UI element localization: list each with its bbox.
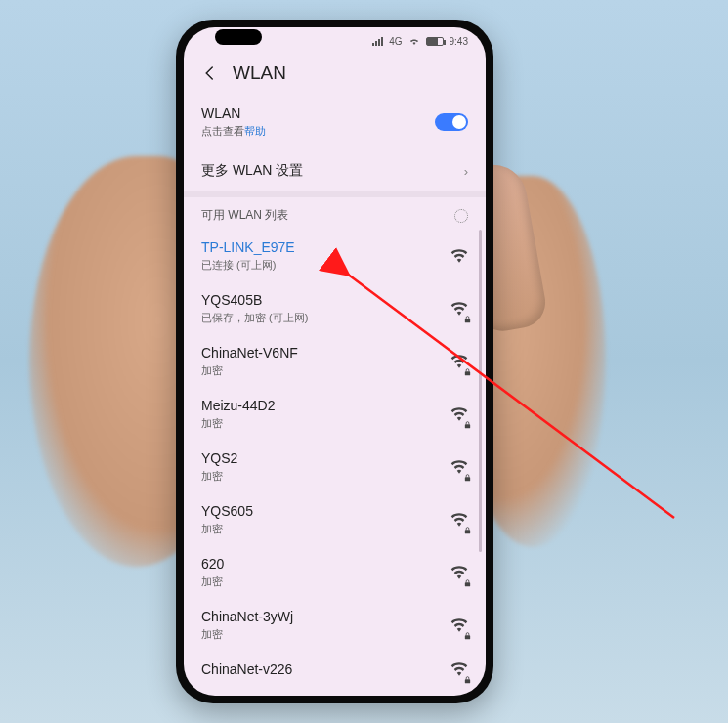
- network-name: YQS605: [201, 503, 253, 519]
- svg-rect-1: [465, 371, 470, 375]
- network-name: YQS405B: [201, 292, 308, 308]
- wifi-signal-icon: [450, 407, 468, 421]
- network-row[interactable]: YQS2 加密: [184, 441, 486, 493]
- wifi-signal-icon: [450, 302, 468, 316]
- available-networks-header: 可用 WLAN 列表: [184, 197, 486, 230]
- wifi-signal-icon: [450, 566, 468, 579]
- wifi-signal-icon: [450, 460, 468, 474]
- lock-icon: [464, 626, 471, 634]
- network-name: TP-LINK_E97E: [201, 239, 295, 255]
- lock-icon: [464, 574, 471, 581]
- network-status: 加密: [201, 469, 237, 484]
- svg-rect-3: [465, 477, 470, 481]
- wlan-switch[interactable]: [435, 113, 468, 131]
- lock-icon: [464, 521, 471, 529]
- network-row[interactable]: ChinaNet-3yWj 加密: [184, 599, 486, 652]
- camera-cutout: [215, 29, 262, 45]
- network-status: 加密: [201, 416, 275, 431]
- lock-icon: [464, 362, 471, 370]
- phone-frame: 4G 9:43 WLAN WLAN 点击查看帮助 更多 WLAN 设置: [176, 20, 493, 703]
- more-wlan-settings-row[interactable]: 更多 WLAN 设置 ›: [184, 150, 486, 191]
- network-row[interactable]: ChinaNet-V6NF 加密: [184, 335, 486, 388]
- wlan-toggle-row[interactable]: WLAN 点击查看帮助: [184, 94, 486, 150]
- scrollbar[interactable]: [479, 230, 482, 552]
- network-name: Meizu-44D2: [201, 398, 275, 413]
- network-row[interactable]: YQS605 加密: [184, 493, 486, 546]
- network-type: 4G: [389, 36, 402, 47]
- svg-rect-6: [465, 635, 470, 639]
- network-list[interactable]: TP-LINK_E97E 已连接 (可上网) YQS405B 已保存，加密 (可…: [184, 230, 486, 696]
- chevron-right-icon: ›: [464, 164, 468, 179]
- more-settings-label: 更多 WLAN 设置: [201, 162, 303, 180]
- svg-rect-0: [465, 319, 470, 322]
- network-name: ChinaNet-V6NF: [201, 345, 298, 361]
- page-title: WLAN: [233, 63, 286, 84]
- network-status: 加密: [201, 363, 298, 378]
- wifi-signal-icon: [450, 513, 468, 527]
- lock-icon: [464, 310, 471, 318]
- network-status: 已保存，加密 (可上网): [201, 311, 308, 325]
- lock-icon: [464, 468, 471, 476]
- wlan-toggle-label: WLAN: [201, 106, 266, 121]
- network-name: ChinaNet-v226: [201, 661, 292, 677]
- network-name: 620: [201, 556, 224, 572]
- clock: 9:43: [450, 36, 468, 47]
- wifi-signal-icon: [450, 618, 468, 632]
- network-status: 加密: [201, 574, 224, 589]
- wifi-signal-icon: [450, 355, 468, 368]
- network-status: 加密: [201, 522, 253, 536]
- battery-icon: [426, 37, 444, 46]
- network-row[interactable]: YQS405B 已保存，加密 (可上网): [184, 282, 486, 335]
- page-header: WLAN: [184, 55, 486, 94]
- network-name: YQS2: [201, 450, 237, 466]
- wifi-status-icon: [408, 36, 420, 47]
- back-button[interactable]: [201, 64, 219, 82]
- screen: 4G 9:43 WLAN WLAN 点击查看帮助 更多 WLAN 设置: [184, 27, 486, 696]
- help-link[interactable]: 帮助: [244, 125, 266, 137]
- svg-rect-7: [465, 679, 470, 683]
- wifi-signal-icon: [450, 249, 468, 263]
- svg-rect-4: [465, 530, 470, 533]
- wlan-toggle-sub: 点击查看帮助: [201, 124, 266, 139]
- network-row[interactable]: Meizu-44D2 加密: [184, 388, 486, 441]
- svg-rect-5: [465, 582, 470, 586]
- signal-bars-icon: [372, 37, 383, 46]
- available-label: 可用 WLAN 列表: [201, 207, 288, 224]
- svg-rect-2: [465, 424, 470, 428]
- wifi-signal-icon: [450, 662, 468, 676]
- network-row[interactable]: TP-LINK_E97E 已连接 (可上网): [184, 230, 486, 282]
- network-name: ChinaNet-3yWj: [201, 609, 293, 624]
- lock-icon: [464, 670, 471, 678]
- scanning-spinner-icon: [454, 209, 468, 223]
- network-status: 加密: [201, 627, 293, 642]
- network-status: 已连接 (可上网): [201, 258, 295, 273]
- network-row[interactable]: 620 加密: [184, 546, 486, 599]
- network-row[interactable]: ChinaNet-v226: [184, 652, 486, 687]
- lock-icon: [464, 415, 471, 423]
